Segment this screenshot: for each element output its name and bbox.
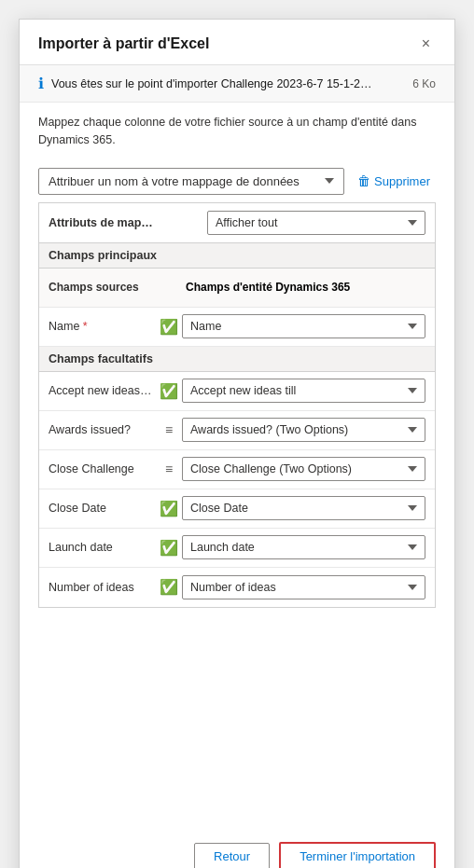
field-status-close-date: ✅ bbox=[156, 500, 182, 517]
field-row-close-challenge: Close Challenge ≡ Close Challenge (Two O… bbox=[39, 450, 435, 489]
field-status-accept: ✅ bbox=[156, 382, 182, 400]
description-text: Mappez chaque colonne de votre fichier s… bbox=[20, 103, 454, 160]
check-icon-accept: ✅ bbox=[160, 383, 178, 399]
info-icon: ℹ bbox=[38, 75, 44, 92]
field-row-number-ideas: Number of ideas ✅ Number of ideas bbox=[39, 568, 435, 607]
info-text: Vous êtes sur le point d'importer Challe… bbox=[51, 77, 405, 90]
field-select-awards-wrapper: Awards issued? (Two Options) bbox=[182, 418, 425, 442]
field-status-name: ✅ bbox=[156, 318, 182, 336]
col-entity-label: Champs d'entité Dynamics 365 bbox=[182, 281, 425, 294]
field-select-launch-date-wrapper: Launch date bbox=[182, 535, 425, 559]
table-header-right: Afficher tout bbox=[179, 211, 425, 235]
field-source-close-challenge: Close Challenge bbox=[49, 462, 156, 475]
field-status-launch-date: ✅ bbox=[156, 539, 182, 557]
field-select-close-date[interactable]: Close Date bbox=[182, 496, 425, 520]
delete-button[interactable]: 🗑 Supprimer bbox=[352, 170, 436, 192]
dialog-footer: Retour Terminer l'importation bbox=[20, 827, 454, 868]
display-filter-select[interactable]: Afficher tout bbox=[207, 211, 425, 235]
field-source-name: Name * bbox=[49, 320, 156, 333]
delete-label: Supprimer bbox=[374, 174, 430, 188]
field-select-accept[interactable]: Accept new ideas till bbox=[182, 379, 425, 403]
field-status-number-ideas: ✅ bbox=[156, 578, 182, 596]
field-select-launch-date[interactable]: Launch date bbox=[182, 535, 425, 559]
field-select-close-date-wrapper: Close Date bbox=[182, 496, 425, 520]
import-dialog: Importer à partir d'Excel × ℹ Vous êtes … bbox=[19, 19, 455, 868]
field-select-number-ideas-wrapper: Number of ideas bbox=[182, 575, 425, 599]
field-status-close-challenge: ≡ bbox=[156, 462, 182, 476]
field-source-accept: Accept new ideas… bbox=[49, 384, 156, 397]
field-select-name[interactable]: Name bbox=[182, 314, 425, 338]
section-required-header: Champs principaux bbox=[39, 243, 435, 269]
field-row-awards: Awards issued? ≡ Awards issued? (Two Opt… bbox=[39, 411, 435, 450]
back-button[interactable]: Retour bbox=[194, 843, 270, 868]
info-bar: ℹ Vous êtes sur le point d'importer Chal… bbox=[20, 65, 454, 103]
table-header: Attributs de map… Afficher tout bbox=[39, 203, 435, 243]
check-icon-launch-date: ✅ bbox=[160, 540, 178, 556]
section-optional-header: Champs facultatifs bbox=[39, 347, 435, 372]
field-select-awards[interactable]: Awards issued? (Two Options) bbox=[182, 418, 425, 442]
list-icon-close-challenge: ≡ bbox=[165, 462, 173, 476]
col-source-label: Champs sources bbox=[49, 281, 156, 294]
field-source-launch-date: Launch date bbox=[49, 541, 156, 554]
dialog-title: Importer à partir d'Excel bbox=[38, 35, 209, 52]
column-headers-row: Champs sources Champs d'entité Dynamics … bbox=[39, 269, 435, 308]
mapping-select-wrapper: Attribuer un nom à votre mappage de donn… bbox=[38, 168, 344, 195]
file-size: 6 Ko bbox=[412, 77, 436, 90]
field-select-number-ideas[interactable]: Number of ideas bbox=[182, 575, 425, 599]
mapping-table: Attributs de map… Afficher tout Champs p… bbox=[38, 202, 436, 608]
field-row-close-date: Close Date ✅ Close Date bbox=[39, 489, 435, 529]
field-status-awards: ≡ bbox=[156, 422, 182, 437]
field-source-awards: Awards issued? bbox=[49, 423, 156, 436]
close-button[interactable]: × bbox=[416, 34, 436, 53]
finish-button[interactable]: Terminer l'importation bbox=[279, 842, 436, 868]
field-select-close-challenge-wrapper: Close Challenge (Two Options) bbox=[182, 457, 425, 481]
check-icon-close-date: ✅ bbox=[160, 501, 178, 517]
field-row-launch-date: Launch date ✅ Launch date bbox=[39, 529, 435, 568]
list-icon-awards: ≡ bbox=[165, 422, 173, 437]
field-row-accept-new-ideas: Accept new ideas… ✅ Accept new ideas til… bbox=[39, 372, 435, 411]
dialog-header: Importer à partir d'Excel × bbox=[20, 20, 454, 65]
field-select-accept-wrapper: Accept new ideas till bbox=[182, 379, 425, 403]
field-source-number-ideas: Number of ideas bbox=[49, 581, 156, 594]
table-header-left-label: Attributs de map… bbox=[49, 216, 179, 229]
check-icon-number-ideas: ✅ bbox=[160, 579, 178, 595]
check-icon: ✅ bbox=[160, 319, 178, 335]
mapping-name-select[interactable]: Attribuer un nom à votre mappage de donn… bbox=[38, 168, 344, 195]
field-select-close-challenge[interactable]: Close Challenge (Two Options) bbox=[182, 457, 425, 481]
field-row-name: Name * ✅ Name bbox=[39, 308, 435, 347]
delete-icon: 🗑 bbox=[357, 173, 370, 188]
required-star: * bbox=[83, 320, 88, 333]
field-source-close-date: Close Date bbox=[49, 502, 156, 515]
mapping-name-row: Attribuer un nom à votre mappage de donn… bbox=[20, 160, 454, 202]
field-select-name-wrapper: Name bbox=[182, 314, 425, 338]
